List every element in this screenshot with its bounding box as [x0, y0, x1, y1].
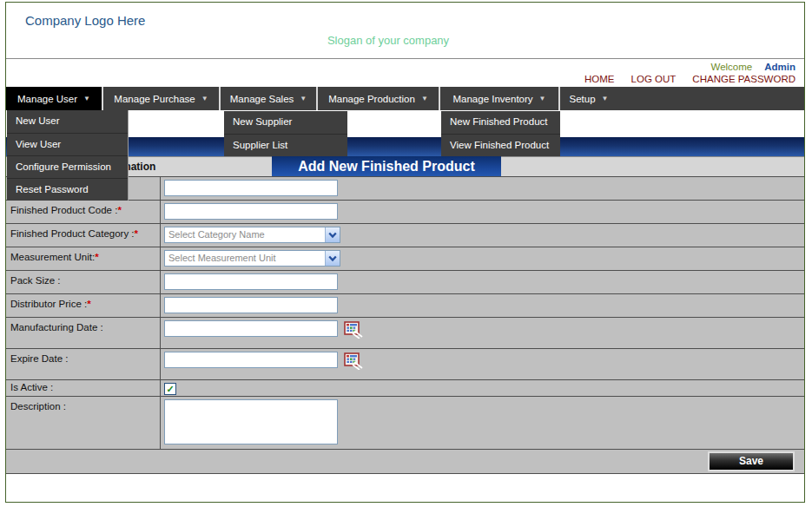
change-password-link[interactable]: CHANGE PASSWORD [692, 74, 795, 84]
product-name-input[interactable] [164, 180, 338, 196]
expire-date-label: Expire Date : [6, 349, 161, 379]
row-is-active: Is Active : ✓ [6, 380, 804, 397]
company-slogan: Slogan of your company [6, 34, 770, 47]
menu-label: Manage Inventory [453, 94, 533, 104]
is-active-label: Is Active : [6, 380, 161, 396]
finished-product-submenu: New Finished Product View Finished Produ… [441, 111, 560, 156]
label-text: Measurement Unit: [10, 252, 95, 262]
required-asterisk: * [95, 252, 98, 262]
user-bar: WelcomeAdmin HOME LOG OUT CHANGE PASSWOR… [6, 60, 804, 87]
distributor-price-input[interactable] [164, 297, 338, 313]
row-product-code: Finished Product Code :* [6, 201, 804, 224]
measurement-unit-select[interactable]: Select Measurement Unit [164, 250, 340, 267]
manufacturing-date-input[interactable] [164, 320, 338, 337]
required-asterisk: * [117, 205, 121, 215]
menu-manage-user[interactable]: Manage User ▼ [6, 87, 102, 110]
menu-item-new-user[interactable]: New User [7, 110, 128, 133]
menu-label: Manage User [17, 94, 77, 104]
description-textarea[interactable] [164, 399, 338, 444]
pack-size-input[interactable] [164, 273, 338, 290]
label-text: Finished Product Category : [10, 228, 135, 239]
menu-label: Manage Purchase [114, 94, 195, 104]
label-text: Manufacturing Date : [10, 322, 103, 333]
product-code-label: Finished Product Code :* [6, 201, 161, 223]
session-links: HOME LOG OUT CHANGE PASSWORD [571, 74, 795, 84]
label-text: Finished Product Code : [10, 205, 117, 215]
menu-item-supplier-list[interactable]: Supplier List [224, 134, 347, 156]
label-text: Pack Size : [10, 275, 61, 286]
chevron-down-icon: ▼ [83, 95, 90, 102]
row-expire-date: Expire Date : [6, 349, 804, 380]
chevron-down-icon: ▼ [602, 95, 609, 102]
manufacturing-date-label: Manufacturing Date : [6, 318, 161, 348]
category-select-value: Select Category Name [168, 229, 265, 240]
product-category-label: Finished Product Category :* [6, 224, 161, 247]
chevron-down-icon: ▼ [201, 95, 208, 102]
row-description: Description : [6, 397, 804, 450]
label-text: Is Active : [10, 382, 53, 392]
save-button[interactable]: Save [708, 451, 795, 471]
menu-item-new-supplier[interactable]: New Supplier [224, 111, 347, 134]
welcome-line: WelcomeAdmin [711, 62, 796, 72]
calendar-icon[interactable] [344, 321, 363, 342]
menu-item-view-finished-product[interactable]: View Finished Product [441, 134, 560, 156]
menu-item-view-user[interactable]: View User [7, 133, 128, 155]
required-asterisk: * [87, 299, 90, 309]
product-code-input[interactable] [164, 203, 338, 220]
calendar-icon[interactable] [344, 352, 363, 373]
menu-item-new-finished-product[interactable]: New Finished Product [441, 111, 560, 134]
logout-link[interactable]: LOG OUT [631, 74, 677, 84]
distributor-price-label: Distributor Price :* [6, 294, 161, 317]
menu-manage-purchase[interactable]: Manage Purchase ▼ [103, 87, 219, 110]
app-window: Company Logo Here Slogan of your company… [5, 2, 805, 503]
welcome-label: Welcome [711, 62, 753, 72]
menu-label: Setup [570, 94, 596, 104]
menu-setup[interactable]: Setup ▼ [560, 87, 617, 110]
supplier-submenu: New Supplier Supplier List [224, 111, 347, 156]
required-asterisk: * [135, 228, 138, 239]
measurement-unit-select-value: Select Measurement Unit [168, 253, 276, 263]
select-arrow-icon[interactable] [325, 227, 340, 242]
chevron-down-icon: ▼ [539, 95, 546, 102]
row-manufacturing-date: Manufacturing Date : [6, 318, 804, 349]
row-pack-size: Pack Size : [6, 271, 804, 294]
menu-manage-sales[interactable]: Manage Sales ▼ [221, 87, 316, 110]
row-product-category: Finished Product Category :* Select Cate… [6, 224, 804, 247]
menu-item-configure-permission[interactable]: Configure Permission [7, 155, 128, 178]
pack-size-label: Pack Size : [6, 271, 161, 293]
row-measurement-unit: Measurement Unit:* Select Measurement Un… [6, 247, 804, 271]
label-text: Description : [10, 401, 66, 412]
menu-item-reset-password[interactable]: Reset Password [7, 178, 128, 201]
home-link[interactable]: HOME [584, 74, 615, 84]
menu-manage-production[interactable]: Manage Production ▼ [318, 87, 439, 110]
username: Admin [764, 62, 795, 72]
main-menu-bar: Manage User ▼ Manage Purchase ▼ Manage S… [6, 87, 804, 110]
manage-user-dropdown: New User View User Configure Permission … [7, 110, 129, 201]
expire-date-input[interactable] [164, 352, 338, 368]
company-logo: Company Logo Here [25, 13, 145, 28]
chevron-down-icon: ▼ [300, 95, 307, 102]
description-label: Description : [6, 397, 161, 449]
label-text: Distributor Price : [10, 299, 87, 309]
menu-label: Manage Sales [230, 94, 294, 104]
finished-product-form: Finished Product Information Finished Pr… [6, 156, 804, 474]
menu-label: Manage Production [328, 94, 415, 104]
menu-manage-inventory[interactable]: Manage Inventory ▼ [440, 87, 558, 110]
label-text: Expire Date : [10, 353, 68, 364]
row-distributor-price: Distributor Price :* [6, 294, 804, 318]
page-header: Company Logo Here Slogan of your company [6, 3, 804, 59]
page-title: Add New Finished Product [272, 156, 501, 176]
is-active-checkbox[interactable]: ✓ [164, 383, 176, 395]
category-select[interactable]: Select Category Name [164, 227, 340, 243]
measurement-unit-label: Measurement Unit:* [6, 247, 161, 270]
select-arrow-icon[interactable] [325, 251, 340, 266]
chevron-down-icon: ▼ [421, 95, 428, 102]
row-save: Save [6, 450, 804, 474]
